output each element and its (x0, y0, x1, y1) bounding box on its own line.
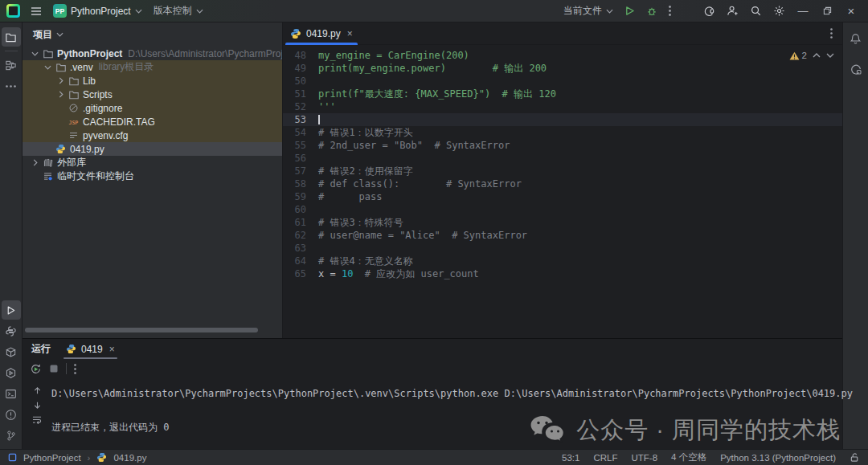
code-line-63[interactable]: 63 (283, 242, 842, 255)
code-line-56[interactable]: 56 (283, 152, 842, 165)
line-number[interactable]: 56 (283, 152, 318, 165)
scroll-down-button[interactable] (33, 401, 42, 410)
tab-close-icon[interactable]: × (109, 344, 115, 355)
tab-close-icon[interactable]: × (347, 28, 353, 39)
tree-item-PythonProject[interactable]: PythonProjectD:\Users\Administrator\Pych… (23, 47, 282, 60)
maximize-button[interactable] (815, 0, 839, 22)
line-number[interactable]: 54 (283, 126, 318, 139)
status-encoding[interactable]: UTF-8 (631, 453, 657, 463)
tree-item-.gitignore[interactable]: .gitignore (23, 101, 282, 115)
ai-assistant-button[interactable] (698, 2, 721, 20)
breadcrumb-project[interactable]: PythonProject (23, 453, 81, 463)
run-tab-0419[interactable]: 0419 × (63, 339, 117, 359)
line-number[interactable]: 52 (283, 100, 318, 113)
structure-tool-button[interactable] (2, 55, 21, 75)
minimize-button[interactable]: — (791, 0, 815, 22)
tree-item-0419.py[interactable]: 0419.py (23, 142, 282, 156)
scroll-up-button[interactable] (33, 386, 42, 395)
ai-assistant-tool-button[interactable] (846, 59, 866, 79)
code-line-55[interactable]: 55# 2nd_user = "Bob" # SyntaxError (283, 139, 842, 152)
tree-item-临时文件和控制台[interactable]: 临时文件和控制台 (23, 169, 282, 183)
prev-problem-icon[interactable] (813, 53, 821, 58)
version-control-tool-button[interactable] (2, 426, 21, 445)
search-everywhere-button[interactable] (744, 2, 768, 20)
line-number[interactable]: 60 (283, 203, 318, 216)
horizontal-scrollbar[interactable] (25, 328, 258, 332)
stop-button[interactable] (49, 364, 59, 373)
code-line-59[interactable]: 59# pass (283, 190, 842, 203)
console-more-button[interactable] (74, 364, 76, 374)
line-number[interactable]: 63 (283, 242, 318, 255)
code-line-50[interactable]: 50 (283, 75, 842, 88)
problems-tool-button[interactable] (2, 405, 21, 424)
status-indent-config[interactable]: 4 个空格 (671, 451, 706, 463)
line-number[interactable]: 50 (283, 75, 318, 88)
lock-button[interactable] (850, 452, 860, 463)
project-widget[interactable]: PP PythonProject (47, 2, 148, 20)
code-line-65[interactable]: 65x = 10 # 应改为如 user_count (283, 267, 842, 280)
tree-item-pyvenv.cfg[interactable]: pyvenv.cfg (23, 128, 282, 142)
editor-tab-0419py[interactable]: 0419.py × (283, 22, 360, 45)
line-number[interactable]: 48 (283, 49, 318, 62)
run-configuration-selector[interactable]: 当前文件 (558, 2, 619, 20)
soft-wrap-button[interactable] (32, 415, 42, 424)
inspections-widget[interactable]: 2 (789, 47, 834, 63)
code-line-54[interactable]: 54# 错误1：以数字开头 (283, 126, 842, 139)
code-line-58[interactable]: 58# def class(): # SyntaxError (283, 177, 842, 190)
code-line-57[interactable]: 57# 错误2：使用保留字 (283, 165, 842, 177)
code-line-52[interactable]: 52''' (283, 100, 842, 113)
line-number[interactable]: 61 (283, 216, 318, 229)
project-tool-button[interactable] (2, 27, 21, 47)
line-number[interactable]: 59 (283, 190, 318, 203)
code-line-60[interactable]: 60 (283, 203, 842, 216)
more-tool-windows-button[interactable] (2, 76, 21, 96)
code-line-48[interactable]: 48my_engine = CarEngine(200) (283, 49, 842, 62)
code-line-51[interactable]: 51print(f"最大速度: {MAX_SPEED}") # 输出 120 (283, 88, 842, 100)
chevron-right-icon[interactable] (55, 77, 67, 84)
line-number[interactable]: 64 (283, 255, 318, 267)
more-actions-button[interactable] (663, 2, 677, 20)
rerun-button[interactable] (30, 363, 42, 375)
line-number[interactable]: 53 (283, 113, 318, 126)
code-line-53[interactable]: 53 (283, 113, 842, 126)
chevron-down-icon[interactable] (29, 51, 41, 56)
tree-item-.venv[interactable]: .venvlibrary根目录 (23, 60, 282, 74)
close-button[interactable]: × (839, 0, 863, 22)
vcs-widget[interactable]: 版本控制 (148, 2, 209, 20)
tree-item-CACHEDIR.TAG[interactable]: JSPCACHEDIR.TAG (23, 115, 282, 128)
run-button[interactable] (619, 2, 641, 20)
line-number[interactable]: 49 (283, 62, 318, 75)
services-tool-button[interactable] (2, 363, 21, 382)
code-line-61[interactable]: 61# 错误3：特殊符号 (283, 216, 842, 229)
chevron-right-icon[interactable] (55, 91, 67, 98)
tree-item-外部库[interactable]: 外部库 (23, 156, 282, 169)
status-interpreter[interactable]: Python 3.13 (PythonProject) (720, 453, 836, 463)
run-tool-button[interactable] (2, 300, 21, 320)
line-number[interactable]: 57 (283, 165, 318, 177)
line-number[interactable]: 58 (283, 177, 318, 190)
main-menu-button[interactable] (25, 2, 47, 20)
chevron-right-icon[interactable] (29, 159, 41, 166)
code-line-62[interactable]: 62# user@name = "Alice" # SyntaxError (283, 229, 842, 242)
breadcrumb-file[interactable]: 0419.py (113, 453, 146, 463)
python-console-tool-button[interactable] (2, 321, 21, 341)
debug-button[interactable] (641, 2, 663, 20)
settings-button[interactable] (768, 2, 791, 20)
code-with-me-button[interactable] (721, 2, 744, 20)
tree-item-Lib[interactable]: Lib (23, 74, 282, 88)
code-line-49[interactable]: 49print(my_engine.power) # 输出 200 (283, 62, 842, 75)
project-panel-header[interactable]: 项目 (23, 22, 282, 47)
next-problem-icon[interactable] (826, 53, 834, 58)
notifications-button[interactable] (846, 29, 866, 48)
terminal-tool-button[interactable] (2, 384, 21, 403)
line-number[interactable]: 62 (283, 229, 318, 242)
code-line-64[interactable]: 64# 错误4：无意义名称 (283, 255, 842, 267)
status-caret-position[interactable]: 53:1 (562, 453, 579, 463)
chevron-down-icon[interactable] (42, 65, 54, 70)
line-number[interactable]: 65 (283, 267, 318, 280)
python-packages-tool-button[interactable] (2, 342, 21, 361)
code-area[interactable]: 2 48my_engine = CarEngine(200)49print(my… (283, 45, 842, 280)
tab-options-button[interactable] (821, 28, 842, 39)
status-line-ending[interactable]: CRLF (593, 453, 617, 463)
line-number[interactable]: 55 (283, 139, 318, 152)
